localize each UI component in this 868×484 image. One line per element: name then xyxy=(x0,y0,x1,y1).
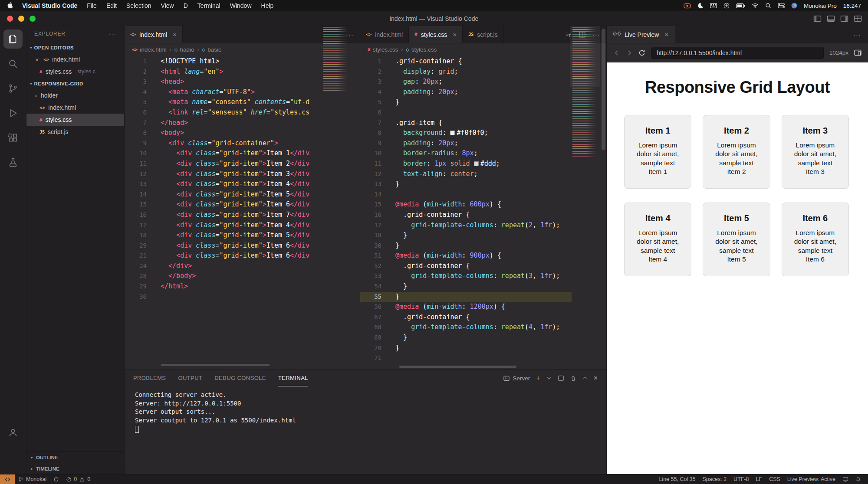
code-line[interactable]: 3 gap: 20px; xyxy=(360,77,572,87)
preview-url-input[interactable] xyxy=(651,47,824,59)
battery-icon[interactable] xyxy=(736,3,745,8)
panel-tab-terminal[interactable]: TERMINAL xyxy=(278,370,308,386)
code-line[interactable]: 14 xyxy=(360,190,572,200)
remote-indicator[interactable] xyxy=(0,474,15,484)
breadcrumb-item[interactable]: ◇basic xyxy=(202,46,221,53)
minimize-window-button[interactable] xyxy=(18,16,24,22)
cursor-position[interactable]: Line 55, Col 35 xyxy=(655,476,699,482)
code-line[interactable]: 54 } xyxy=(360,281,572,292)
language-mode[interactable]: CSS xyxy=(766,476,784,482)
code-line[interactable]: 53 grid-template-columns: repeat(3, 1fr)… xyxy=(360,271,572,281)
code-line[interactable]: 69 } xyxy=(360,333,572,343)
close-tab-icon[interactable]: × xyxy=(173,31,177,38)
code-line[interactable]: 56@media (min-width: 1200px) { xyxy=(360,302,572,312)
code-line[interactable]: 10 <div class="grid-item">Item 1</div> xyxy=(125,148,310,159)
live-preview-status[interactable]: Live Preview: Active xyxy=(784,476,839,482)
forward-icon[interactable] xyxy=(626,49,633,56)
code-line[interactable]: 4 padding: 20px; xyxy=(360,87,572,98)
code-line[interactable]: 7.grid-item { xyxy=(360,118,572,128)
code-line[interactable]: 6 <link rel="senseuss" href="styles.css xyxy=(125,108,310,118)
wifi-icon[interactable] xyxy=(752,3,759,8)
editor1-horizontal-scrollbar[interactable] xyxy=(161,364,270,366)
editor1-minimap[interactable] xyxy=(323,27,349,92)
ports-icon[interactable] xyxy=(839,477,852,482)
code-line[interactable]: 55} xyxy=(360,292,572,302)
sync-indicator[interactable] xyxy=(50,474,62,484)
code-line[interactable]: 2<html lang="en"> xyxy=(125,67,310,77)
open-editor-item-index-html[interactable]: × <> index.html xyxy=(26,53,124,65)
menu-item-help[interactable]: Help xyxy=(261,2,274,9)
kill-terminal-trash-icon[interactable] xyxy=(570,375,576,382)
code-line[interactable]: 21 <div class="grid-item">Item 6</div> xyxy=(125,251,310,261)
panel-tab-debug-console[interactable]: DEBUG CONSOLE xyxy=(214,370,266,386)
code-line[interactable]: 30} xyxy=(360,241,572,251)
code-line[interactable]: 3<head> xyxy=(125,77,310,87)
tab-live-preview[interactable]: Live Preview × xyxy=(607,26,675,43)
account-icon[interactable] xyxy=(3,423,23,442)
menu-app-name[interactable]: Visual Studio Code xyxy=(22,2,77,9)
editor2-code[interactable]: 1.grid-container {2 display: grid;3 gap:… xyxy=(360,56,572,363)
maximize-panel-icon[interactable] xyxy=(582,376,588,381)
code-line[interactable]: 29 <div class="grid-item">Item 6</div> xyxy=(125,241,310,251)
file-item-script-js[interactable]: JS script.js xyxy=(26,126,124,138)
back-icon[interactable] xyxy=(613,49,620,56)
code-line[interactable]: 12 text-align: center; xyxy=(360,169,572,180)
plus-circle-icon[interactable] xyxy=(723,3,730,9)
code-line[interactable]: 10 border-radius: 8px; xyxy=(360,148,572,159)
activity-testing-icon[interactable] xyxy=(3,153,23,172)
code-line[interactable]: 70} xyxy=(360,343,572,353)
code-line[interactable]: 71 xyxy=(360,353,572,363)
menu-item-window[interactable]: Window xyxy=(230,2,252,9)
activity-extensions-icon[interactable] xyxy=(3,128,23,147)
preview-viewport[interactable]: Responsive Grid Layout Item 1Lorem ipsum… xyxy=(607,62,868,474)
code-line[interactable]: 18 } xyxy=(360,230,572,241)
branch-indicator[interactable]: Monokai xyxy=(15,474,50,484)
code-line[interactable]: 17 <div class="grid-item">Item 4</div> xyxy=(125,220,310,231)
minimap-slider[interactable] xyxy=(570,26,600,87)
code-line[interactable]: 13 <div class="grid-item">Item 4</div> xyxy=(125,179,310,190)
code-line[interactable]: 51@media (min-width: 900px) { xyxy=(360,251,572,261)
timeline-section-header[interactable]: ▸ TIMELINE xyxy=(26,463,124,474)
apple-logo-icon[interactable] xyxy=(7,2,13,10)
tab-script-js[interactable]: JS script.js xyxy=(463,26,504,43)
zoom-window-button[interactable] xyxy=(30,16,36,22)
code-line[interactable]: 68 grid-template-columns: repeat(4, 1fr)… xyxy=(360,322,572,333)
code-line[interactable]: 30 xyxy=(125,292,310,302)
code-line[interactable]: 15@media (min-width: 600px) { xyxy=(360,199,572,210)
file-item-holder[interactable]: ▸ holder xyxy=(26,89,124,101)
menu-item-selection[interactable]: Selection xyxy=(126,2,151,9)
breadcrumb-item[interactable]: ◇styles.css xyxy=(406,46,437,53)
project-folder-header[interactable]: ▾ RESPONSIVE-GRID xyxy=(26,78,124,89)
notifications-bell-icon[interactable] xyxy=(852,476,865,482)
code-line[interactable]: 1<!DOCTYPE html> xyxy=(125,56,310,67)
file-item-index-html[interactable]: <> index.html xyxy=(26,101,124,114)
new-terminal-icon[interactable]: + xyxy=(536,374,540,382)
editor2-horizontal-scrollbar[interactable] xyxy=(399,366,516,368)
code-line[interactable]: 9 padding: 20px; xyxy=(360,138,572,149)
encoding-setting[interactable]: UTF-8 xyxy=(730,476,752,482)
close-editor-icon[interactable]: × xyxy=(35,56,40,63)
close-tab-icon[interactable]: × xyxy=(453,31,457,38)
code-line[interactable]: 2 display: grid; xyxy=(360,67,572,77)
activity-run-debug-icon[interactable] xyxy=(3,104,23,123)
code-line[interactable]: 28 </body> xyxy=(125,271,310,281)
editor1-code[interactable]: 1<!DOCTYPE html>2<html lang="en">3<head>… xyxy=(125,56,310,302)
file-item-styles-css[interactable]: # styles.css xyxy=(26,114,124,126)
breadcrumb-item[interactable]: ◇hadio xyxy=(174,46,194,53)
menu-item-terminal[interactable]: Terminal xyxy=(197,2,220,9)
code-line[interactable]: 8 background: #f0f0f0; xyxy=(360,128,572,138)
device-frame-icon[interactable] xyxy=(854,49,861,56)
code-line[interactable]: 7</head> xyxy=(125,118,310,128)
preview-more-actions-icon[interactable]: ··· xyxy=(853,31,861,38)
breadcrumb-item[interactable]: #styles.css xyxy=(368,46,398,53)
record-icon[interactable] xyxy=(684,3,691,9)
close-tab-icon[interactable]: × xyxy=(664,31,668,38)
tab-styles-css[interactable]: # styles.css × xyxy=(409,26,463,43)
toggle-panel-left-icon[interactable] xyxy=(813,15,822,22)
breadcrumb-item[interactable]: <>index.html xyxy=(132,46,167,53)
toggle-panel-right-icon[interactable] xyxy=(840,15,848,22)
code-line[interactable]: 8<body> xyxy=(125,128,310,138)
editor2-vertical-scrollbar[interactable] xyxy=(602,29,605,150)
code-line[interactable]: 16 .grid-container { xyxy=(360,210,572,220)
eol-setting[interactable]: LF xyxy=(753,476,766,482)
